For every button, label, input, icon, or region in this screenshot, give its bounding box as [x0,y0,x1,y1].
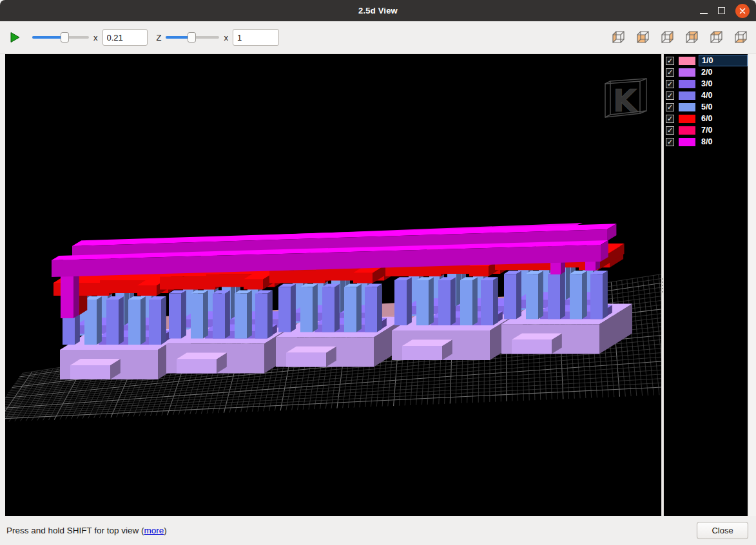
3d-viewport[interactable]: K [5,54,661,516]
minimize-button[interactable] [700,13,708,14]
layer-checkbox[interactable]: ✓ [666,138,674,146]
layer-checkbox[interactable]: ✓ [666,103,674,111]
svg-text:K: K [613,82,638,119]
layer-color-swatch [679,103,695,111]
cube-right-icon [659,30,675,45]
layer-row-1-0[interactable]: ✓ 1/0 [664,55,748,66]
view-orientation-buttons [610,30,748,45]
layer-label-wrap[interactable]: 6/0 [699,113,748,124]
cube-back-icon [684,30,699,45]
panel-splitter[interactable] [661,54,664,516]
layer-checkbox[interactable]: ✓ [666,91,674,100]
layer-row-8-0[interactable]: ✓ 8/0 [664,136,748,148]
layer-color-swatch [679,115,695,123]
layer-color-swatch [679,126,695,135]
scale-slider-handle[interactable] [61,32,69,43]
window-title: 2.5d View [358,6,398,15]
layer-label: 1/0 [702,56,713,65]
layer-list-scrollbar[interactable] [748,54,756,516]
layer-label-wrap[interactable]: 7/0 [699,124,748,136]
layer-checkbox[interactable]: ✓ [666,57,674,65]
z-value-input[interactable] [233,29,279,46]
titlebar: 2.5d View [0,0,756,21]
more-link[interactable]: more [144,526,164,535]
layer-label: 7/0 [701,126,712,135]
view-back-button[interactable] [684,30,699,45]
layer-label: 8/0 [701,137,712,146]
scale-value-input[interactable] [102,29,148,46]
z-label: Z [157,33,162,43]
layer-checkbox[interactable]: ✓ [666,115,674,123]
layer-row-7-0[interactable]: ✓ 7/0 [664,124,748,136]
toolbar: x Z x [0,21,756,54]
layer-row-6-0[interactable]: ✓ 6/0 [664,113,748,124]
cube-bottom-icon [733,30,748,45]
close-dialog-button[interactable]: Close [697,522,748,539]
layer-label-wrap[interactable]: 8/0 [699,136,748,148]
play-button[interactable] [8,30,22,44]
layer-checkbox[interactable]: ✓ [666,68,674,77]
layer-color-swatch [679,57,695,65]
layer-label-wrap[interactable]: 2/0 [699,66,748,78]
layer-label: 2/0 [701,68,712,77]
layer-label: 3/0 [701,79,712,88]
cube-front-icon [635,30,650,45]
layer-color-swatch [679,138,695,146]
view-front-button[interactable] [635,30,650,45]
layer-checkbox[interactable]: ✓ [666,80,674,88]
status-message-suffix: ) [164,526,167,535]
layer-label-wrap[interactable]: 1/0 [699,55,748,66]
window-controls [700,0,750,21]
layer-label: 4/0 [701,91,712,100]
main-area: K ✓ 1/0 ✓ 2/0 ✓ 3/0 ✓ 4/0 ✓ [0,54,756,516]
layer-color-swatch [679,68,695,77]
z-slider[interactable] [166,32,219,43]
layer-row-5-0[interactable]: ✓ 5/0 [664,101,748,113]
status-message-prefix: Press and hold SHIFT for top view ( [6,526,144,535]
statusbar: Press and hold SHIFT for top view (more)… [0,516,756,545]
scale-slider-fill [32,36,63,39]
layer-checkbox[interactable]: ✓ [666,126,674,135]
scale-x-label: x [93,33,98,43]
maximize-button[interactable] [718,7,725,14]
view-top-button[interactable] [708,30,724,45]
layer-label-wrap[interactable]: 4/0 [699,90,748,101]
view-left-button[interactable] [610,30,626,45]
layer-list: ✓ 1/0 ✓ 2/0 ✓ 3/0 ✓ 4/0 ✓ 5/0 ✓ [664,54,748,516]
layer-row-4-0[interactable]: ✓ 4/0 [664,90,748,101]
view-bottom-button[interactable] [733,30,748,45]
layer-row-3-0[interactable]: ✓ 3/0 [664,78,748,90]
status-message: Press and hold SHIFT for top view (more) [6,526,167,535]
layer-label-wrap[interactable]: 5/0 [699,101,748,113]
left-margin [0,54,5,516]
layer-color-swatch [679,80,695,88]
layer-color-swatch [679,91,695,100]
z-slider-handle[interactable] [188,32,196,43]
app-window: 2.5d View x Z [0,0,756,545]
cube-left-icon [610,30,626,45]
layer-row-2-0[interactable]: ✓ 2/0 [664,66,748,78]
close-icon [739,7,746,15]
layer-label-wrap[interactable]: 3/0 [699,78,748,90]
view-right-button[interactable] [659,30,675,45]
play-icon [10,32,21,43]
z-x-label: x [224,33,228,43]
splitter-grip-icon [662,278,663,292]
3d-scene: K [5,54,661,516]
cube-top-icon [708,30,724,45]
close-window-button[interactable] [735,4,750,18]
layer-label: 5/0 [701,102,712,111]
layer-label: 6/0 [701,114,712,123]
z-slider-fill [166,36,189,39]
scale-slider[interactable] [32,32,89,43]
